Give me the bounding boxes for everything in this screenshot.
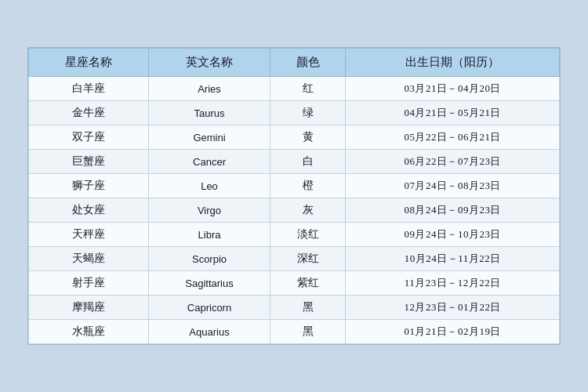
- table-row: 摩羯座Capricorn黑12月23日－01月22日: [29, 296, 560, 320]
- table-row: 天秤座Libra淡红09月24日－10月23日: [29, 223, 560, 247]
- cell-color: 灰: [270, 198, 346, 223]
- header-color: 颜色: [270, 49, 346, 77]
- cell-en-name: Virgo: [148, 198, 270, 223]
- cell-color: 淡红: [270, 223, 346, 247]
- cell-zh-name: 摩羯座: [29, 296, 149, 320]
- header-en-name: 英文名称: [148, 49, 270, 77]
- cell-en-name: Aquarius: [148, 320, 270, 344]
- cell-date: 10月24日－11月22日: [346, 247, 560, 271]
- table-row: 天蝎座Scorpio深红10月24日－11月22日: [29, 247, 560, 271]
- cell-date: 07月24日－08月23日: [346, 174, 560, 198]
- zodiac-table: 星座名称 英文名称 颜色 出生日期（阳历） 白羊座Aries红03月21日－04…: [28, 48, 560, 344]
- table-header-row: 星座名称 英文名称 颜色 出生日期（阳历）: [29, 49, 560, 77]
- cell-zh-name: 白羊座: [29, 77, 149, 101]
- table-row: 射手座Sagittarius紫红11月23日－12月22日: [29, 271, 560, 296]
- cell-en-name: Scorpio: [148, 247, 270, 271]
- header-zh-name: 星座名称: [29, 49, 149, 77]
- cell-date: 11月23日－12月22日: [346, 271, 560, 296]
- table-row: 金牛座Taurus绿04月21日－05月21日: [29, 101, 560, 125]
- cell-date: 01月21日－02月19日: [346, 320, 560, 344]
- cell-color: 紫红: [270, 271, 346, 296]
- zodiac-table-container: 星座名称 英文名称 颜色 出生日期（阳历） 白羊座Aries红03月21日－04…: [27, 47, 561, 345]
- cell-date: 03月21日－04月20日: [346, 77, 560, 101]
- table-row: 狮子座Leo橙07月24日－08月23日: [29, 174, 560, 198]
- cell-color: 黄: [270, 125, 346, 150]
- cell-color: 红: [270, 77, 346, 101]
- cell-en-name: Aries: [148, 77, 270, 101]
- cell-zh-name: 天秤座: [29, 223, 149, 247]
- cell-date: 05月22日－06月21日: [346, 125, 560, 150]
- cell-date: 09月24日－10月23日: [346, 223, 560, 247]
- cell-zh-name: 巨蟹座: [29, 150, 149, 174]
- table-row: 处女座Virgo灰08月24日－09月23日: [29, 198, 560, 223]
- cell-zh-name: 金牛座: [29, 101, 149, 125]
- cell-color: 黑: [270, 296, 346, 320]
- cell-en-name: Sagittarius: [148, 271, 270, 296]
- table-row: 巨蟹座Cancer白06月22日－07月23日: [29, 150, 560, 174]
- cell-zh-name: 射手座: [29, 271, 149, 296]
- cell-date: 12月23日－01月22日: [346, 296, 560, 320]
- cell-color: 白: [270, 150, 346, 174]
- cell-en-name: Taurus: [148, 101, 270, 125]
- cell-color: 深红: [270, 247, 346, 271]
- cell-zh-name: 狮子座: [29, 174, 149, 198]
- cell-date: 06月22日－07月23日: [346, 150, 560, 174]
- table-body: 白羊座Aries红03月21日－04月20日金牛座Taurus绿04月21日－0…: [29, 77, 560, 344]
- cell-en-name: Leo: [148, 174, 270, 198]
- table-row: 水瓶座Aquarius黑01月21日－02月19日: [29, 320, 560, 344]
- cell-en-name: Libra: [148, 223, 270, 247]
- cell-en-name: Gemini: [148, 125, 270, 150]
- table-row: 双子座Gemini黄05月22日－06月21日: [29, 125, 560, 150]
- cell-zh-name: 水瓶座: [29, 320, 149, 344]
- cell-color: 橙: [270, 174, 346, 198]
- cell-date: 08月24日－09月23日: [346, 198, 560, 223]
- cell-en-name: Capricorn: [148, 296, 270, 320]
- cell-color: 黑: [270, 320, 346, 344]
- cell-en-name: Cancer: [148, 150, 270, 174]
- cell-color: 绿: [270, 101, 346, 125]
- header-date: 出生日期（阳历）: [346, 49, 560, 77]
- cell-zh-name: 天蝎座: [29, 247, 149, 271]
- cell-zh-name: 处女座: [29, 198, 149, 223]
- table-row: 白羊座Aries红03月21日－04月20日: [29, 77, 560, 101]
- cell-date: 04月21日－05月21日: [346, 101, 560, 125]
- cell-zh-name: 双子座: [29, 125, 149, 150]
